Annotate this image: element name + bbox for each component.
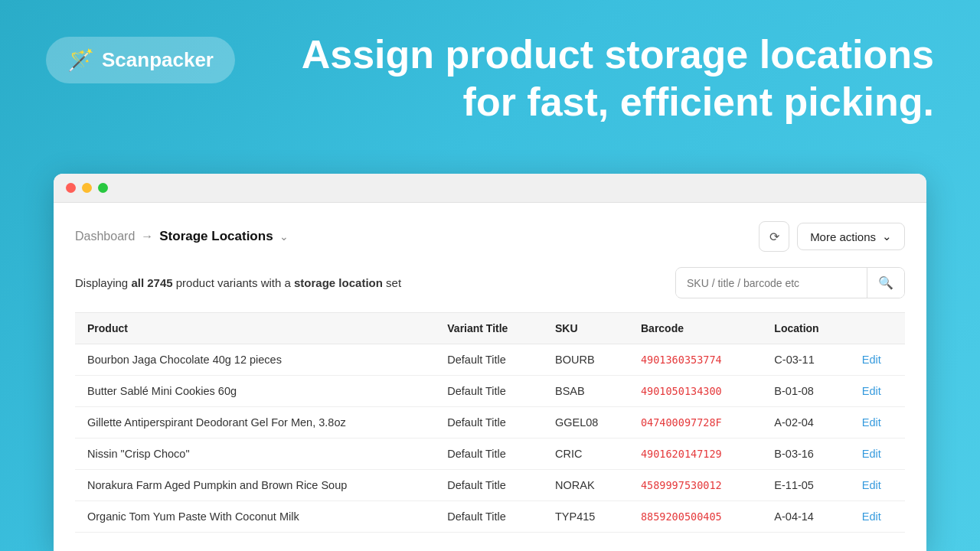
cell-product: Butter Sablé Mini Cookies 60g bbox=[75, 376, 435, 407]
cell-edit: Edit bbox=[850, 407, 905, 439]
edit-link[interactable]: Edit bbox=[862, 385, 881, 397]
table-header-row: Product Variant Title SKU Barcode Locati… bbox=[75, 313, 905, 344]
cell-location: A-02-04 bbox=[762, 407, 849, 439]
cell-barcode: 4901360353774 bbox=[629, 344, 762, 376]
edit-link[interactable]: Edit bbox=[862, 510, 881, 523]
cell-edit: Edit bbox=[850, 439, 905, 470]
dot-green[interactable] bbox=[98, 183, 108, 193]
col-location: Location bbox=[762, 313, 849, 344]
top-section: 🪄 Scanpacker Assign product storage loca… bbox=[0, 0, 980, 126]
browser-window: Dashboard → Storage Locations ⌄ ⟳ More a… bbox=[54, 174, 926, 551]
dot-red[interactable] bbox=[66, 183, 76, 193]
cell-sku: GGEL08 bbox=[543, 407, 629, 439]
stats-count: all 2745 bbox=[131, 276, 172, 289]
cell-location: C-03-11 bbox=[762, 344, 849, 376]
more-actions-label: More actions bbox=[810, 230, 876, 243]
cell-variant-title: Default Title bbox=[435, 439, 543, 470]
cell-variant-title: Default Title bbox=[435, 501, 543, 533]
search-icon: 🔍 bbox=[878, 276, 893, 289]
header-actions: ⟳ More actions ⌄ bbox=[759, 221, 905, 252]
col-product: Product bbox=[75, 313, 435, 344]
cell-product: Norakura Farm Aged Pumpkin and Brown Ric… bbox=[75, 470, 435, 501]
cell-edit: Edit bbox=[850, 376, 905, 407]
table-row: Bourbon Jaga Chocolate 40g 12 pieces Def… bbox=[75, 344, 905, 376]
cell-variant-title: Default Title bbox=[435, 407, 543, 439]
cell-variant-title: Default Title bbox=[435, 376, 543, 407]
browser-content: Dashboard → Storage Locations ⌄ ⟳ More a… bbox=[54, 203, 926, 551]
chevron-down-icon[interactable]: ⌄ bbox=[279, 230, 289, 243]
edit-link[interactable]: Edit bbox=[862, 354, 881, 366]
edit-link[interactable]: Edit bbox=[862, 479, 881, 491]
col-variant-title: Variant Title bbox=[435, 313, 543, 344]
col-barcode: Barcode bbox=[629, 313, 762, 344]
breadcrumb-current: Storage Locations bbox=[159, 229, 273, 244]
search-button[interactable]: 🔍 bbox=[867, 268, 904, 298]
edit-link[interactable]: Edit bbox=[862, 416, 881, 429]
cell-barcode: 8859200500405 bbox=[629, 501, 762, 533]
stats-suffix: set bbox=[386, 276, 401, 289]
stats-row: Displaying all 2745 product variants wit… bbox=[75, 267, 905, 298]
cell-barcode: 047400097728F bbox=[629, 407, 762, 439]
cell-barcode: 4589997530012 bbox=[629, 470, 762, 501]
header-row: Dashboard → Storage Locations ⌄ ⟳ More a… bbox=[75, 221, 905, 252]
breadcrumb-arrow: → bbox=[141, 230, 153, 243]
cell-barcode: 4901620147129 bbox=[629, 439, 762, 470]
edit-link[interactable]: Edit bbox=[862, 448, 881, 460]
hero-line2: for fast, efficient picking. bbox=[281, 78, 934, 126]
data-table: Product Variant Title SKU Barcode Locati… bbox=[75, 312, 905, 533]
cell-edit: Edit bbox=[850, 501, 905, 533]
cell-sku: NORAK bbox=[543, 470, 629, 501]
cell-location: B-01-08 bbox=[762, 376, 849, 407]
cell-product: Organic Tom Yum Paste With Coconut Milk bbox=[75, 501, 435, 533]
browser-titlebar bbox=[54, 174, 926, 203]
stats-prefix: Displaying bbox=[75, 276, 128, 289]
cell-sku: BSAB bbox=[543, 376, 629, 407]
stats-text: Displaying all 2745 product variants wit… bbox=[75, 276, 401, 289]
more-actions-chevron-icon: ⌄ bbox=[882, 230, 892, 243]
table-row: Norakura Farm Aged Pumpkin and Brown Ric… bbox=[75, 470, 905, 501]
cell-sku: TYP415 bbox=[543, 501, 629, 533]
logo-pill: 🪄 Scanpacker bbox=[46, 37, 235, 83]
refresh-button[interactable]: ⟳ bbox=[759, 221, 789, 252]
cell-sku: BOURB bbox=[543, 344, 629, 376]
cell-edit: Edit bbox=[850, 344, 905, 376]
cell-location: A-04-14 bbox=[762, 501, 849, 533]
search-box: 🔍 bbox=[675, 267, 905, 298]
search-input[interactable] bbox=[676, 269, 867, 297]
cell-product: Nissin "Crisp Choco" bbox=[75, 439, 435, 470]
breadcrumb-dashboard[interactable]: Dashboard bbox=[75, 230, 135, 243]
cell-product: Gillette Antiperspirant Deodorant Gel Fo… bbox=[75, 407, 435, 439]
hero-text: Assign product storage locations for fas… bbox=[281, 31, 934, 126]
stats-type: storage location bbox=[294, 276, 383, 289]
dot-yellow[interactable] bbox=[82, 183, 92, 193]
logo-icon: 🪄 bbox=[67, 47, 94, 73]
cell-location: E-11-05 bbox=[762, 470, 849, 501]
col-sku: SKU bbox=[543, 313, 629, 344]
cell-barcode: 4901050134300 bbox=[629, 376, 762, 407]
cell-variant-title: Default Title bbox=[435, 344, 543, 376]
col-action bbox=[850, 313, 905, 344]
cell-location: B-03-16 bbox=[762, 439, 849, 470]
logo-text: Scanpacker bbox=[102, 48, 214, 72]
cell-variant-title: Default Title bbox=[435, 470, 543, 501]
cell-edit: Edit bbox=[850, 470, 905, 501]
table-row: Organic Tom Yum Paste With Coconut Milk … bbox=[75, 501, 905, 533]
cell-product: Bourbon Jaga Chocolate 40g 12 pieces bbox=[75, 344, 435, 376]
table-row: Nissin "Crisp Choco" Default Title CRIC … bbox=[75, 439, 905, 470]
breadcrumb: Dashboard → Storage Locations ⌄ bbox=[75, 229, 289, 244]
hero-line1: Assign product storage locations bbox=[281, 31, 934, 78]
table-row: Gillette Antiperspirant Deodorant Gel Fo… bbox=[75, 407, 905, 439]
stats-middle: product variants with a bbox=[176, 276, 294, 289]
more-actions-button[interactable]: More actions ⌄ bbox=[797, 223, 905, 250]
cell-sku: CRIC bbox=[543, 439, 629, 470]
table-row: Butter Sablé Mini Cookies 60g Default Ti… bbox=[75, 376, 905, 407]
